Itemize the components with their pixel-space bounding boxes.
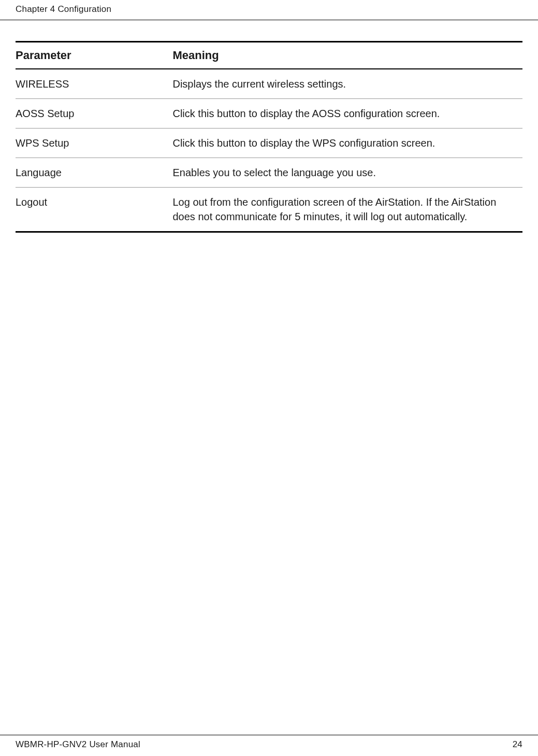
cell-meaning: Click this button to display the WPS con… <box>172 129 522 158</box>
cell-parameter: WIRELESS <box>16 69 172 99</box>
table-header-row: Parameter Meaning <box>16 42 522 69</box>
cell-parameter: WPS Setup <box>16 129 172 158</box>
cell-meaning: Log out from the configuration screen of… <box>172 188 522 232</box>
header-parameter: Parameter <box>16 42 172 69</box>
table-row: Language Enables you to select the langu… <box>16 158 522 188</box>
header-meaning: Meaning <box>172 42 522 69</box>
page-header: Chapter 4 Configuration <box>0 0 538 20</box>
cell-meaning: Click this button to display the AOSS co… <box>172 99 522 129</box>
table-row: AOSS Setup Click this button to display … <box>16 99 522 129</box>
page-number: 24 <box>513 739 522 750</box>
manual-title: WBMR-HP-GNV2 User Manual <box>16 739 140 750</box>
page-footer: WBMR-HP-GNV2 User Manual 24 <box>0 735 538 750</box>
cell-meaning: Displays the current wireless settings. <box>172 69 522 99</box>
chapter-label: Chapter 4 Configuration <box>16 4 111 14</box>
cell-parameter: Language <box>16 158 172 188</box>
cell-parameter: Logout <box>16 188 172 232</box>
table-row: WPS Setup Click this button to display t… <box>16 129 522 158</box>
table-row: WIRELESS Displays the current wireless s… <box>16 69 522 99</box>
cell-meaning: Enables you to select the language you u… <box>172 158 522 188</box>
parameter-table: Parameter Meaning WIRELESS Displays the … <box>16 41 522 233</box>
cell-parameter: AOSS Setup <box>16 99 172 129</box>
content-area: Parameter Meaning WIRELESS Displays the … <box>0 20 538 233</box>
table-row: Logout Log out from the configuration sc… <box>16 188 522 232</box>
